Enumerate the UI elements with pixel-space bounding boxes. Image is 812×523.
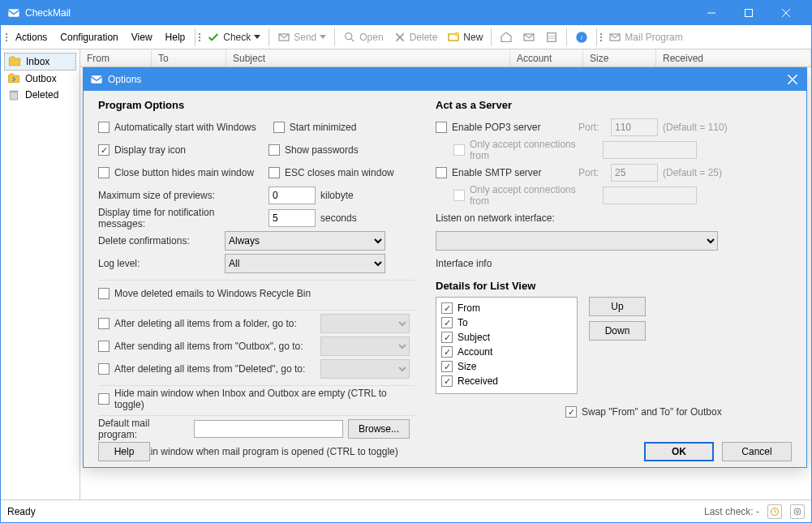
after-delete-folder-checkbox[interactable] bbox=[98, 318, 110, 329]
list-account-label: Account bbox=[458, 346, 492, 358]
send-label: Send bbox=[294, 32, 316, 43]
seconds-label: seconds bbox=[320, 212, 357, 224]
after-delete-folder-label: After deleting all items from a folder, … bbox=[114, 318, 316, 329]
clock-icon[interactable] bbox=[767, 504, 782, 519]
move-deleted-checkbox[interactable] bbox=[98, 288, 110, 299]
window-title: CheckMail bbox=[25, 7, 693, 19]
after-delete-deleted-select bbox=[320, 359, 410, 379]
list-item: Received bbox=[441, 374, 572, 388]
menu-help[interactable]: Help bbox=[159, 28, 192, 46]
enable-smtp-checkbox[interactable] bbox=[436, 167, 447, 178]
envelope-icon bbox=[522, 31, 535, 44]
delete-button[interactable]: Delete bbox=[389, 28, 443, 47]
list-subject-checkbox[interactable] bbox=[441, 332, 453, 343]
hide-when-empty-checkbox[interactable] bbox=[98, 393, 110, 405]
menu-configuration[interactable]: Configuration bbox=[54, 28, 124, 46]
svg-rect-12 bbox=[10, 91, 19, 92]
tool-icon-3[interactable] bbox=[540, 28, 563, 47]
display-tray-label: Display tray icon bbox=[114, 144, 264, 156]
sidebar-item-deleted[interactable]: Deleted bbox=[4, 87, 76, 103]
open-button[interactable]: Open bbox=[338, 28, 388, 47]
column-from[interactable]: From bbox=[80, 49, 152, 66]
browse-button[interactable]: Browse... bbox=[348, 419, 410, 439]
envelope-open-icon bbox=[500, 31, 513, 44]
list-icon bbox=[545, 31, 558, 44]
check-button[interactable]: Check bbox=[202, 28, 265, 47]
svg-text:i: i bbox=[581, 34, 582, 41]
after-delete-deleted-checkbox[interactable] bbox=[98, 363, 110, 375]
column-account[interactable]: Account bbox=[510, 49, 583, 66]
help-button[interactable]: Help bbox=[98, 442, 150, 461]
svg-point-14 bbox=[794, 508, 801, 515]
info-icon: i bbox=[575, 31, 588, 44]
menu-view[interactable]: View bbox=[125, 28, 159, 46]
interface-info-label: Interface info bbox=[436, 258, 492, 269]
window-controls bbox=[693, 1, 805, 25]
options-dialog: Options Program Options Automatically st… bbox=[83, 67, 807, 468]
column-size[interactable]: Size bbox=[583, 49, 656, 66]
list-item: Account bbox=[441, 345, 572, 359]
ok-button[interactable]: OK bbox=[644, 442, 714, 461]
list-from-checkbox[interactable] bbox=[441, 302, 453, 314]
statusbar: Ready Last check: - bbox=[1, 499, 811, 522]
enable-smtp-label: Enable SMTP server bbox=[452, 167, 574, 178]
new-button[interactable]: New bbox=[442, 28, 488, 47]
tool-icon-2[interactable] bbox=[518, 28, 540, 47]
log-level-select[interactable]: All bbox=[225, 254, 385, 273]
pop3-only-accept-checkbox bbox=[453, 144, 465, 156]
display-tray-checkbox[interactable] bbox=[98, 144, 110, 156]
delete-icon bbox=[393, 31, 406, 44]
svg-rect-7 bbox=[548, 32, 556, 41]
max-previews-input[interactable] bbox=[269, 186, 316, 204]
open-label: Open bbox=[359, 32, 383, 43]
dialog-title: Options bbox=[108, 74, 779, 85]
menu-actions[interactable]: Actions bbox=[9, 28, 54, 46]
cancel-button[interactable]: Cancel bbox=[722, 442, 792, 461]
close-hides-label: Close button hides main window bbox=[114, 167, 264, 178]
info-button[interactable]: i bbox=[570, 28, 593, 47]
tool-icon-1[interactable] bbox=[495, 28, 518, 47]
close-button[interactable] bbox=[767, 1, 805, 25]
auto-start-checkbox[interactable] bbox=[98, 122, 110, 133]
after-send-outbox-checkbox[interactable] bbox=[98, 341, 110, 352]
column-subject[interactable]: Subject bbox=[226, 49, 510, 66]
mail-program-button[interactable]: Mail Program bbox=[604, 28, 687, 47]
minimize-button[interactable] bbox=[693, 1, 730, 25]
show-passwords-label: Show passwords bbox=[285, 144, 359, 156]
sidebar-item-inbox[interactable]: Inbox bbox=[4, 53, 76, 71]
delete-confirm-label: Delete confirmations: bbox=[98, 235, 220, 246]
svg-rect-0 bbox=[8, 9, 19, 16]
start-minimized-checkbox[interactable] bbox=[273, 122, 285, 133]
list-from-label: From bbox=[458, 302, 480, 314]
default-mail-program-input[interactable] bbox=[194, 420, 343, 438]
send-icon bbox=[277, 31, 290, 44]
pop3-default-label: (Default = 110) bbox=[663, 122, 728, 133]
list-account-checkbox[interactable] bbox=[441, 346, 453, 358]
dialog-close-button[interactable] bbox=[779, 68, 806, 91]
swap-checkbox[interactable] bbox=[565, 406, 577, 418]
list-received-checkbox[interactable] bbox=[441, 375, 453, 387]
down-button[interactable]: Down bbox=[589, 321, 646, 341]
svg-point-3 bbox=[346, 32, 352, 39]
send-button[interactable]: Send bbox=[273, 28, 331, 47]
delete-confirm-select[interactable]: Always bbox=[225, 231, 385, 251]
sidebar-item-outbox[interactable]: Outbox bbox=[4, 71, 76, 87]
maximize-button[interactable] bbox=[730, 1, 767, 25]
details-listbox[interactable]: From To Subject Account Size Received bbox=[436, 297, 578, 394]
move-deleted-label: Move deleted emails to Windows Recycle B… bbox=[114, 288, 311, 299]
list-to-checkbox[interactable] bbox=[441, 317, 453, 328]
up-button[interactable]: Up bbox=[589, 297, 646, 316]
check-icon bbox=[207, 31, 220, 44]
column-to[interactable]: To bbox=[152, 49, 226, 66]
smtp-only-accept-label: Only accept connections from bbox=[470, 184, 598, 207]
listen-interface-select[interactable] bbox=[436, 231, 718, 251]
enable-pop3-checkbox[interactable] bbox=[436, 122, 447, 133]
refresh-icon[interactable] bbox=[790, 504, 805, 519]
close-hides-checkbox[interactable] bbox=[98, 167, 110, 178]
notif-time-input[interactable] bbox=[269, 209, 316, 227]
search-icon bbox=[343, 31, 356, 44]
show-passwords-checkbox[interactable] bbox=[269, 144, 280, 156]
list-size-checkbox[interactable] bbox=[441, 361, 453, 372]
column-received[interactable]: Received bbox=[656, 49, 811, 66]
esc-closes-checkbox[interactable] bbox=[269, 167, 280, 178]
